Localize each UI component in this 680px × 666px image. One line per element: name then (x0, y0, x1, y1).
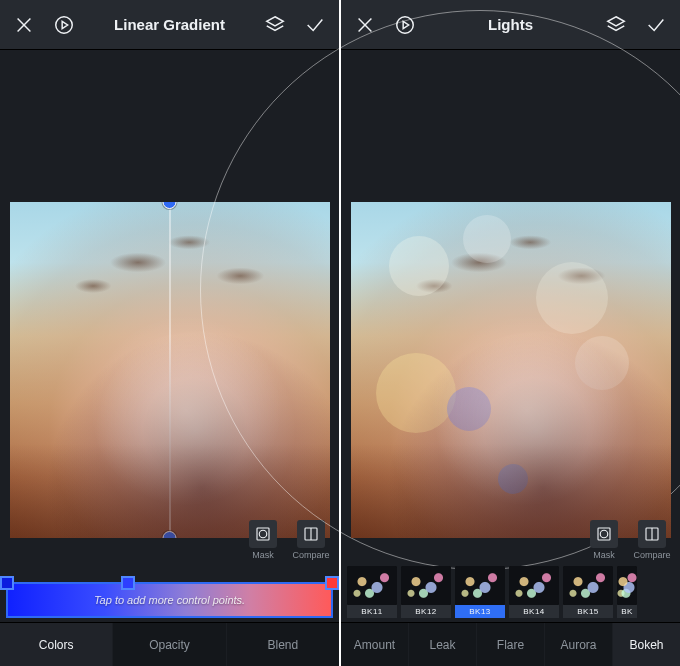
preset-thumb-icon (563, 566, 613, 605)
play-icon[interactable] (391, 11, 419, 39)
gradient-hint: Tap to add more control points. (94, 594, 245, 606)
color-stop-start[interactable] (0, 576, 14, 590)
compare-button[interactable]: Compare (632, 520, 672, 560)
preset-thumb-icon (401, 566, 451, 605)
gradient-handle-end[interactable] (163, 531, 177, 538)
preset-bk14[interactable]: BK14 (509, 566, 559, 618)
tab-colors[interactable]: Colors (0, 623, 113, 666)
tab-amount[interactable]: Amount (341, 623, 409, 666)
preset-thumb-icon (617, 566, 637, 605)
tab-opacity[interactable]: Opacity (113, 623, 226, 666)
color-stop-end[interactable] (325, 576, 339, 590)
preset-bk13[interactable]: BK13 (455, 566, 505, 618)
tab-blend[interactable]: Blend (227, 623, 339, 666)
gradient-handle-start[interactable] (163, 202, 177, 209)
close-icon[interactable] (10, 11, 38, 39)
screen-title: Lights (431, 16, 590, 33)
gradient-editor: Tap to add more control points. (0, 582, 339, 622)
preset-bk11[interactable]: BK11 (347, 566, 397, 618)
gradient-axis[interactable] (169, 202, 170, 538)
preset-bk16-partial[interactable]: BK (617, 566, 637, 618)
compare-button[interactable]: Compare (291, 520, 331, 560)
preset-thumb-icon (509, 566, 559, 605)
confirm-icon[interactable] (642, 11, 670, 39)
top-bar: Lights (341, 0, 680, 50)
gradient-strip[interactable]: Tap to add more control points. (6, 582, 333, 618)
svg-point-0 (56, 16, 73, 33)
color-stop-middle[interactable] (121, 576, 135, 590)
screen-title: Linear Gradient (90, 16, 249, 33)
svg-point-2 (259, 530, 267, 538)
utility-buttons: Mask Compare (243, 520, 331, 560)
confirm-icon[interactable] (301, 11, 329, 39)
bottom-tabs: Amount Leak Flare Aurora Bokeh (341, 622, 680, 666)
screen-lights: Lights Mask Compare (341, 0, 680, 666)
bottom-tabs: Colors Opacity Blend (0, 622, 339, 666)
mask-button[interactable]: Mask (243, 520, 283, 560)
svg-point-6 (600, 530, 608, 538)
preset-bk15[interactable]: BK15 (563, 566, 613, 618)
top-bar: Linear Gradient (0, 0, 339, 50)
preset-thumb-icon (455, 566, 505, 605)
screen-linear-gradient: Linear Gradient Mask Compare Tap to add … (0, 0, 339, 666)
mask-label: Mask (252, 550, 274, 560)
compare-label: Compare (633, 550, 670, 560)
mask-button[interactable]: Mask (584, 520, 624, 560)
layers-icon[interactable] (261, 11, 289, 39)
compare-label: Compare (292, 550, 329, 560)
tab-flare[interactable]: Flare (477, 623, 545, 666)
tab-bokeh[interactable]: Bokeh (613, 623, 680, 666)
preset-bk12[interactable]: BK12 (401, 566, 451, 618)
mask-label: Mask (593, 550, 615, 560)
layers-icon[interactable] (602, 11, 630, 39)
svg-point-4 (397, 16, 414, 33)
utility-buttons: Mask Compare (584, 520, 672, 560)
edited-photo (10, 202, 330, 538)
preset-thumb-icon (347, 566, 397, 605)
play-icon[interactable] (50, 11, 78, 39)
preset-thumbnails: BK11 BK12 BK13 BK14 BK15 BK (341, 566, 680, 622)
bokeh-overlay (351, 202, 671, 538)
close-icon[interactable] (351, 11, 379, 39)
tab-aurora[interactable]: Aurora (545, 623, 613, 666)
tab-leak[interactable]: Leak (409, 623, 477, 666)
edited-photo (351, 202, 671, 538)
